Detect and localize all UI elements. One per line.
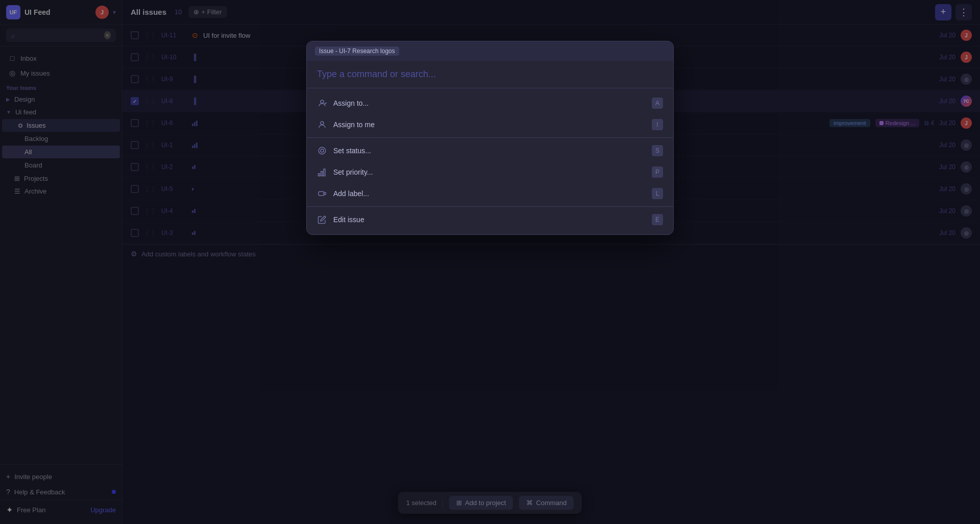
svg-point-8 <box>324 193 326 195</box>
edit-issue-label: Edit issue <box>333 216 646 224</box>
svg-rect-4 <box>318 174 320 176</box>
svg-rect-7 <box>318 192 324 196</box>
svg-point-0 <box>321 100 324 103</box>
svg-point-2 <box>318 147 326 154</box>
palette-divider <box>307 137 673 138</box>
add-label-shortcut: L <box>652 188 663 199</box>
svg-rect-6 <box>324 169 325 176</box>
palette-option-set-priority[interactable]: Set priority... P <box>307 161 673 183</box>
assign-to-shortcut: A <box>652 98 663 109</box>
svg-point-3 <box>321 149 324 152</box>
add-label-label: Add label... <box>333 189 646 198</box>
palette-breadcrumb: Issue - UI-7 Research logos <box>307 41 673 61</box>
palette-option-assign-to[interactable]: Assign to... A <box>307 92 673 114</box>
edit-issue-shortcut: E <box>652 214 663 225</box>
svg-point-1 <box>321 122 324 125</box>
assign-to-me-icon <box>317 120 327 130</box>
set-status-label: Set status... <box>333 147 646 155</box>
svg-rect-5 <box>321 172 323 176</box>
palette-option-add-label[interactable]: Add label... L <box>307 183 673 204</box>
palette-option-assign-to-me[interactable]: Assign to me I <box>307 114 673 135</box>
command-palette-input[interactable] <box>307 61 673 88</box>
set-priority-shortcut: P <box>652 166 663 178</box>
palette-option-set-status[interactable]: Set status... S <box>307 140 673 161</box>
command-palette-overlay[interactable]: Issue - UI-7 Research logos Assign to...… <box>0 0 980 524</box>
set-priority-icon <box>317 167 327 177</box>
edit-issue-icon <box>317 215 327 225</box>
set-status-icon <box>317 146 327 156</box>
assign-to-icon <box>317 98 327 108</box>
set-priority-label: Set priority... <box>333 168 646 176</box>
palette-options: Assign to... A Assign to me I <box>307 88 673 234</box>
assign-to-me-shortcut: I <box>652 119 663 130</box>
palette-divider-2 <box>307 206 673 207</box>
assign-to-label: Assign to... <box>333 99 646 107</box>
assign-to-me-label: Assign to me <box>333 121 646 129</box>
command-palette: Issue - UI-7 Research logos Assign to...… <box>306 41 674 235</box>
add-label-icon <box>317 188 327 199</box>
breadcrumb-chip: Issue - UI-7 Research logos <box>315 46 399 56</box>
palette-option-edit-issue[interactable]: Edit issue E <box>307 209 673 230</box>
set-status-shortcut: S <box>652 145 663 156</box>
